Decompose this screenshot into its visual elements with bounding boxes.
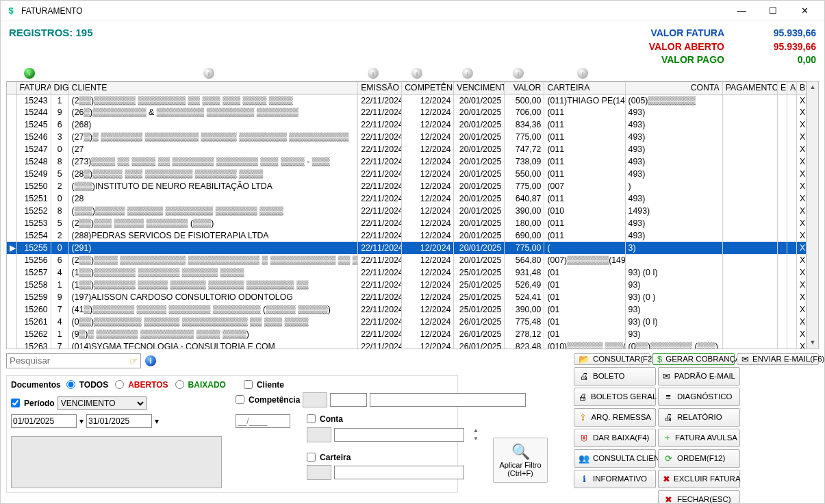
col-fatura[interactable]: FATURA [16,81,51,94]
table-row[interactable]: 152528(▒▒▒)▒▒▒▒▒ ▒▒▒▒▒▒ ▒▒▒▒▒▒▒▒ ▒▒▒▒▒▒▒… [7,205,807,217]
table-row[interactable]: 152637(014)SYGMA TECNOLOGIA - CONSULTORI… [7,340,807,349]
scrollbar[interactable]: ▲ ▼ [807,81,818,349]
chk-periodo[interactable] [11,399,20,407]
col-emissao[interactable]: EMISSÃO [358,81,402,94]
registros-count: REGISTROS: 195 [9,27,93,67]
table-row[interactable]: 152470(2722/11/202412/202420/01/2025747,… [7,143,807,155]
maximize-button[interactable]: ☐ [757,1,789,21]
col-cliente[interactable]: CLIENTE [68,81,358,94]
arrow-icon[interactable] [513,68,524,79]
plus-icon: ＋ [663,431,672,444]
table-row[interactable]: ▶152550(291)22/11/202412/202420/01/20257… [7,242,807,254]
chk-carteira[interactable] [307,453,316,462]
gerar-cobranca-button[interactable]: $GERAR COBRANÇA [652,353,735,365]
printer-icon: 🖨 [579,371,589,381]
table-row[interactable]: 152581(1▒▒)▒▒▒▒▒▒▒ ▒▒▒▒▒ ▒▒▒▒▒▒ ▒▒▒▒▒▒ ▒… [7,279,807,291]
conta-code-box [307,427,331,442]
table-row[interactable]: 152599(197)ALISSON CARDOSO CONSULTORIO O… [7,291,807,303]
col-conta[interactable]: CONTA [625,81,722,94]
radio-abertos[interactable] [115,380,124,389]
minimize-button[interactable]: — [726,1,757,21]
close-x-icon: ✖ [663,494,674,504]
fatura-avulsa-button[interactable]: ＋FATURA AVULSA [658,429,740,447]
boleto-button[interactable]: 🖨BOLETO [574,367,656,386]
close-button[interactable]: ✕ [789,1,820,21]
info-icon[interactable]: i [145,355,156,366]
enviar-email-button[interactable]: ✉ENVIAR E-MAIL(F6) [737,353,819,365]
excluir-fatura-button[interactable]: ✖EXCLUIR FATURA [658,470,740,488]
conta-spinner[interactable]: ▲▼ [470,427,482,443]
documentos-label: Documentos [11,380,61,390]
arrow-icon[interactable] [577,68,588,79]
table-row[interactable]: 152488(273)▒▒▒▒ ▒▒ ▒▒▒▒ ▒▒ ▒▒▒▒▒▒▒ ▒▒▒▒▒… [7,155,807,168]
conta-input[interactable] [334,428,464,442]
fechar-button[interactable]: ✖FECHAR(ESC) [658,490,740,504]
table-row[interactable]: 152495(28▒)▒▒▒▒▒ ▒▒▒ ▒▒▒▒▒▒▒▒ ▒▒▒▒▒▒▒ ▒▒… [7,168,807,180]
table-row[interactable]: 152463(27▒)▒ ▒▒▒▒▒▒▒ ▒▒▒▒▒▒▒▒▒ ▒▒▒▒▒▒ ▒▒… [7,131,807,143]
search-input[interactable] [6,353,141,368]
data-inicio[interactable] [11,414,77,428]
arrow-icon[interactable] [203,68,214,79]
mask-input[interactable] [236,414,290,428]
consulta-cliente-button[interactable]: 👥CONSULTA CLIENTE [574,449,656,468]
col-dig[interactable]: DIG [51,81,68,94]
col-carteira[interactable]: CARTEIRA [544,81,625,94]
table-header[interactable]: FATURA DIG CLIENTE EMISSÃO COMPETÊNCIA V… [7,81,807,94]
arrow-icon[interactable] [462,68,473,79]
data-fim[interactable] [86,414,152,428]
invoice-table[interactable]: FATURA DIG CLIENTE EMISSÃO COMPETÊNCIA V… [7,81,807,349]
shield-down-icon: ⛨ [579,433,589,443]
carteira-input[interactable] [334,466,464,479]
table-row[interactable]: 152574(1▒▒)▒▒▒▒▒▒▒ ▒▒▒▒▒▒▒ ▒▒▒▒▒▒ ▒▒▒▒22… [7,266,807,279]
col-venc[interactable]: VENCIMENTO [454,81,505,94]
boletos-geral-button[interactable]: 🖨BOLETOS GERAL [574,388,656,406]
col-valor[interactable]: VALOR [505,81,544,94]
col-comp[interactable]: COMPETÊNCIA [402,81,454,94]
chk-cliente[interactable] [244,380,253,389]
competencia-input[interactable] [330,393,367,407]
arrow-icon[interactable] [368,68,379,79]
table-row[interactable]: 152542(288)PEDRAS SERVICOS DE FISIOTERAP… [7,229,807,242]
relatorio-button[interactable]: 🖨RELATÓRIO [658,408,740,427]
filter-display-box [11,436,222,488]
table-row[interactable]: 152535(2▒▒)▒▒▒ ▒▒▒▒▒ ▒▒▒▒▒▒▒ (▒▒▒)22/11/… [7,217,807,229]
radio-todos[interactable] [66,380,75,389]
table-row[interactable]: 152566(2▒▒)▒▒▒▒ ▒▒▒▒▒▒▒▒▒▒▒ ▒▒▒▒▒▒▒▒▒▒▒▒… [7,254,807,266]
table-row[interactable]: 152510(2822/11/202412/202420/01/2025640,… [7,192,807,205]
padrao-email-button[interactable]: ✉PADRÃO E-MAIL [658,367,740,386]
col-a[interactable]: A [787,81,796,94]
info-icon: ℹ [579,474,589,484]
consultar-button[interactable]: 📂CONSULTAR(F2) [574,353,650,365]
table-row[interactable]: 152614(0▒▒)▒▒▒▒▒▒▒▒ ▒▒▒▒▒▒ ▒▒▒▒▒▒▒▒▒▒▒ ▒… [7,316,807,328]
ordem-button[interactable]: ⟳ORDEM(F12) [658,449,740,468]
arq-remessa-button[interactable]: ⇪ARQ. REMESSA [574,408,656,427]
refresh-icon: ⟳ [663,453,674,464]
carteira-code-box [307,465,331,480]
aplicar-filtro-button[interactable]: 🔍 Aplicar Filtro (Ctrl+F) [493,438,548,483]
table-row[interactable]: 152449(26▒)▒▒▒▒▒▒▒▒▒ & ▒▒▒▒▒▒▒▒ ▒▒▒▒▒▒▒▒… [7,106,807,118]
arrow-icon[interactable] [24,68,35,79]
table-row[interactable]: 152431(2▒▒)▒▒▒▒▒▒▒ ▒▒▒▒▒▒▒▒ ▒▒ ▒▒▒ ▒▒▒ ▒… [7,94,807,106]
scroll-down-icon[interactable]: ▼ [807,337,818,349]
label-valor-pago: VALOR PAGO [629,53,724,67]
periodo-tipo-select[interactable]: VENCIMENTO [58,396,147,410]
col-pagamento[interactable]: PAGAMENTO [722,81,777,94]
radio-baixado[interactable] [175,380,184,389]
arrow-icon[interactable] [411,68,422,79]
col-e[interactable]: E [777,81,787,94]
table-row[interactable]: 152621(9▒)▒ ▒▒▒▒▒▒▒ ▒▒▒▒▒▒▒▒▒ ▒▒▒▒ ▒▒▒▒)… [7,328,807,340]
scroll-up-icon[interactable]: ▲ [807,81,818,93]
diagnostico-button[interactable]: ≡DIAGNÓSTICO [658,388,740,406]
informativo-button[interactable]: ℹINFORMATIVO [574,470,656,488]
cliente-input[interactable] [370,393,526,407]
chk-competencia[interactable] [236,395,244,404]
col-b[interactable]: B [796,81,806,94]
app-icon: $ [5,5,17,17]
dar-baixa-button[interactable]: ⛨DAR BAIXA(F4) [574,429,656,447]
grid: FATURA DIG CLIENTE EMISSÃO COMPETÊNCIA V… [6,81,819,349]
table-row[interactable]: 152456(268)22/11/202412/202420/01/202583… [7,118,807,131]
chk-conta[interactable] [307,414,316,423]
table-row[interactable]: 152607(41▒)▒▒▒▒▒▒▒ ▒▒▒▒▒ ▒▒▒▒▒▒▒ ▒▒▒▒▒▒▒… [7,303,807,316]
magnifier-icon: 🔍 [511,443,530,461]
table-row[interactable]: 152502(▒▒▒)INSTITUTO DE NEURO REABILITAÇ… [7,180,807,192]
